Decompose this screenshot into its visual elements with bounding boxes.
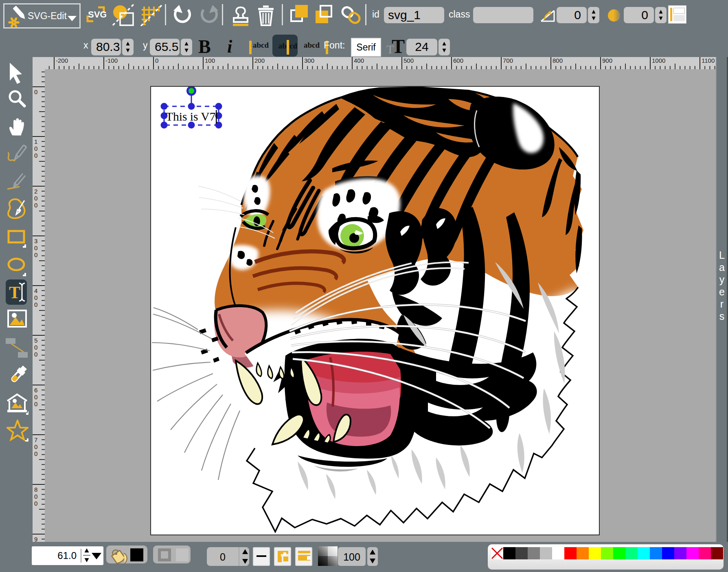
svg-text:0: 0 xyxy=(34,443,37,450)
svg-text:0: 0 xyxy=(155,57,158,64)
svg-text:2: 2 xyxy=(34,188,37,195)
svg-text:0: 0 xyxy=(34,400,37,407)
svg-text:1000: 1000 xyxy=(652,57,665,64)
svg-text:This is V7: This is V7 xyxy=(166,110,215,123)
svg-text:4: 4 xyxy=(34,287,37,294)
svg-text:0: 0 xyxy=(34,244,37,251)
svg-text:-100: -100 xyxy=(105,57,118,64)
svg-text:0: 0 xyxy=(34,88,37,95)
svg-text:1100: 1100 xyxy=(702,57,715,64)
svg-text:0: 0 xyxy=(34,493,37,500)
svg-text:-200: -200 xyxy=(56,57,68,64)
svg-text:SVG-Edit: SVG-Edit xyxy=(28,11,67,21)
svg-text:5: 5 xyxy=(34,337,37,344)
svg-text:7: 7 xyxy=(34,436,37,443)
svg-text:800: 800 xyxy=(553,57,563,64)
svg-text:400: 400 xyxy=(354,57,364,64)
svg-text:500: 500 xyxy=(403,57,414,64)
svg-text:8: 8 xyxy=(34,486,37,493)
svg-text:0: 0 xyxy=(34,195,37,202)
svg-text:700: 700 xyxy=(503,57,513,64)
svg-text:600: 600 xyxy=(453,57,463,64)
svg-text:300: 300 xyxy=(304,57,314,64)
svg-text:6: 6 xyxy=(34,387,37,394)
svg-text:0: 0 xyxy=(34,500,37,507)
svg-text:0: 0 xyxy=(34,450,37,457)
svg-text:0: 0 xyxy=(34,145,37,152)
svg-text:1: 1 xyxy=(34,138,37,145)
svg-text:0: 0 xyxy=(34,394,37,400)
svg-text:3: 3 xyxy=(34,238,37,244)
svg-text:0: 0 xyxy=(34,301,37,308)
svg-text:SVG: SVG xyxy=(88,9,106,20)
svg-text:9: 9 xyxy=(34,536,37,542)
svg-text:0: 0 xyxy=(34,251,37,258)
svg-text:0: 0 xyxy=(34,202,37,209)
svg-text:0: 0 xyxy=(34,152,37,159)
svg-text:0: 0 xyxy=(34,351,37,358)
svg-text:100: 100 xyxy=(205,57,215,64)
svg-text:0: 0 xyxy=(34,344,37,351)
svg-text:200: 200 xyxy=(254,57,265,64)
svg-text:0: 0 xyxy=(34,294,37,301)
svg-text:900: 900 xyxy=(602,57,612,64)
